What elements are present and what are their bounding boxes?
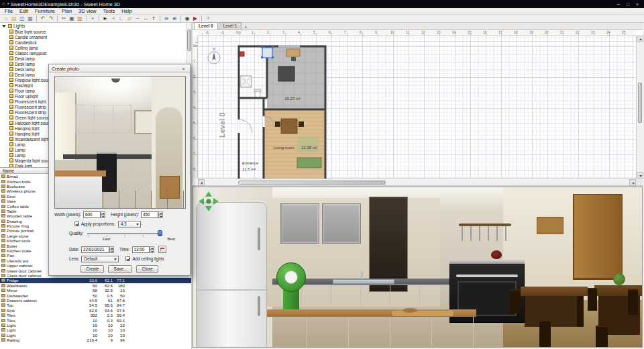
height-input[interactable]	[141, 211, 158, 218]
create-rooms-icon[interactable]: ▱	[125, 15, 133, 22]
plan-horizontal-scrollbar[interactable]	[198, 179, 636, 185]
print-icon[interactable]: ▦	[26, 15, 34, 22]
furniture-row[interactable]: Railing219.4994	[0, 338, 191, 342]
catalog-scrollbar-thumb[interactable]	[187, 30, 191, 51]
minimize-button[interactable]: ─	[614, 1, 623, 8]
dialog-close-icon[interactable]: ×	[180, 65, 187, 72]
width-input[interactable]	[83, 211, 101, 218]
name-column-header[interactable]: Name	[3, 168, 14, 173]
video-icon[interactable]: ▶	[191, 15, 199, 22]
furniture-row[interactable]: Light101010	[0, 323, 191, 328]
help-icon[interactable]: ?	[204, 15, 212, 22]
add-furniture-icon[interactable]: +	[89, 15, 97, 22]
add-text-icon[interactable]: T	[150, 15, 158, 22]
apply-proportions-checkbox[interactable]	[74, 221, 79, 226]
menu-furniture[interactable]: Furniture	[32, 8, 58, 15]
furniture-row[interactable]: Dishwasher500.550	[0, 293, 191, 297]
create-button[interactable]: Create	[80, 265, 104, 273]
scroll-left-button[interactable]	[198, 179, 205, 186]
catalog-category[interactable]: Lights	[0, 23, 191, 29]
save-icon[interactable]: ◫	[18, 15, 26, 22]
spin-down-icon[interactable]	[109, 250, 114, 253]
menu-plan[interactable]: Plan	[58, 8, 75, 15]
catalog-item[interactable]: Classic lamppost	[0, 50, 191, 56]
close-button[interactable]: ×	[633, 1, 642, 8]
menu-edit[interactable]: Edit	[16, 8, 32, 15]
furniture-row[interactable]: Sink62.693.697.6	[0, 308, 191, 313]
spin-down-icon[interactable]	[158, 215, 163, 218]
furniture-row[interactable]: Washbasin6062.6180	[0, 283, 191, 288]
furniture-row[interactable]: Tiles3020.359.4	[0, 313, 191, 317]
3d-view-canvas[interactable]	[193, 187, 643, 348]
quality-label: Quality:	[69, 231, 83, 236]
preview-island-top	[55, 170, 106, 177]
spin-down-icon[interactable]	[101, 215, 105, 218]
undo-icon[interactable]: ↶	[39, 15, 47, 22]
zoom-in-icon[interactable]: ⊕	[170, 15, 178, 22]
date-input[interactable]	[81, 246, 109, 253]
furniture-row[interactable]: Drawers cabinet44.56187.8	[0, 298, 191, 303]
time-input[interactable]	[132, 246, 150, 253]
scroll-up-button[interactable]	[637, 36, 643, 42]
save-button[interactable]: Save...	[108, 265, 132, 273]
menu-3d-view[interactable]: 3D view	[75, 8, 100, 15]
pan-icon[interactable]: +	[109, 15, 117, 22]
selected-furniture[interactable]	[261, 46, 274, 58]
new-home-icon[interactable]: ⌂	[2, 15, 10, 22]
menu-help[interactable]: Help	[118, 8, 135, 15]
furniture-row[interactable]: Fridge33.662.177.1	[0, 278, 191, 283]
proportions-select[interactable]: 4:3	[118, 221, 141, 228]
menu-tools[interactable]: Tools	[100, 8, 119, 15]
plan-vscroll-thumb[interactable]	[638, 83, 642, 123]
plan-canvas[interactable]: N 15.27 m² Living room 21.08 m² Entrance…	[198, 36, 636, 180]
zoom-out-icon[interactable]: ⊖	[162, 15, 170, 22]
furniture-row[interactable]: Mirror5832.519	[0, 288, 191, 293]
dialog-title-bar[interactable]: Create photo ×	[49, 64, 190, 73]
calendar-icon[interactable]	[158, 246, 166, 253]
catalog-item[interactable]: Blue light source	[0, 29, 191, 34]
spin-down-icon[interactable]	[150, 250, 154, 253]
paste-icon[interactable]: ▥	[76, 15, 84, 22]
furniture-row[interactable]: Light101010	[0, 328, 191, 332]
create-polylines-icon[interactable]: ~	[133, 15, 142, 22]
furniture-row[interactable]: Top54.595.684.7	[0, 303, 191, 307]
close-button-dialog[interactable]: Close	[136, 265, 158, 273]
catalog-item[interactable]: Candlestick	[0, 40, 191, 45]
redo-icon[interactable]: ↷	[47, 15, 55, 22]
select-icon[interactable]: ►	[101, 15, 109, 22]
photo-icon[interactable]: ◉	[183, 15, 191, 22]
open-icon[interactable]: ▤	[10, 15, 18, 22]
catalog-item[interactable]: Ceiling lamp	[0, 45, 191, 50]
plan-compass[interactable]: N	[208, 47, 220, 64]
plan-hscroll-thumb[interactable]	[238, 181, 386, 185]
tab-level-1[interactable]: Level 1	[219, 22, 242, 30]
ceiling-lights-label: Add ceiling lights	[132, 256, 164, 261]
furniture-row[interactable]: Light101010	[0, 333, 191, 338]
scroll-down-button[interactable]	[637, 172, 643, 179]
preview-window	[55, 93, 76, 160]
slider-handle[interactable]	[158, 230, 162, 236]
camera-icon[interactable]	[239, 52, 244, 56]
catalog-item[interactable]: Candle ornament	[0, 34, 191, 40]
cut-icon[interactable]: ✂	[60, 15, 68, 22]
maximize-button[interactable]: □	[623, 1, 633, 8]
lens-select[interactable]: Default	[81, 256, 119, 262]
copy-icon[interactable]: ▣	[68, 15, 76, 22]
ceiling-lights-checkbox[interactable]	[125, 256, 130, 261]
catalog-item[interactable]: Desk lamp	[0, 56, 191, 61]
create-walls-icon[interactable]: ∟	[117, 15, 125, 22]
chair-3d	[596, 326, 608, 348]
category-expander-icon[interactable]	[2, 25, 6, 28]
scroll-right-button[interactable]	[629, 179, 636, 186]
date-spinner-buttons	[109, 246, 114, 253]
quality-slider[interactable]	[87, 230, 162, 237]
menu-file[interactable]: File	[1, 8, 16, 15]
tab-level-0[interactable]: Level 0	[194, 22, 218, 30]
add-level-button[interactable]: +	[242, 25, 249, 30]
create-dimensions-icon[interactable]: ↔	[142, 15, 150, 22]
3d-navigation-compass[interactable]	[197, 190, 220, 213]
ruler-number: 21	[560, 30, 564, 34]
plan-vertical-scrollbar[interactable]	[636, 36, 643, 179]
furniture-row[interactable]: Tiles100.359.4	[0, 317, 191, 322]
island-face-3d	[266, 317, 474, 348]
